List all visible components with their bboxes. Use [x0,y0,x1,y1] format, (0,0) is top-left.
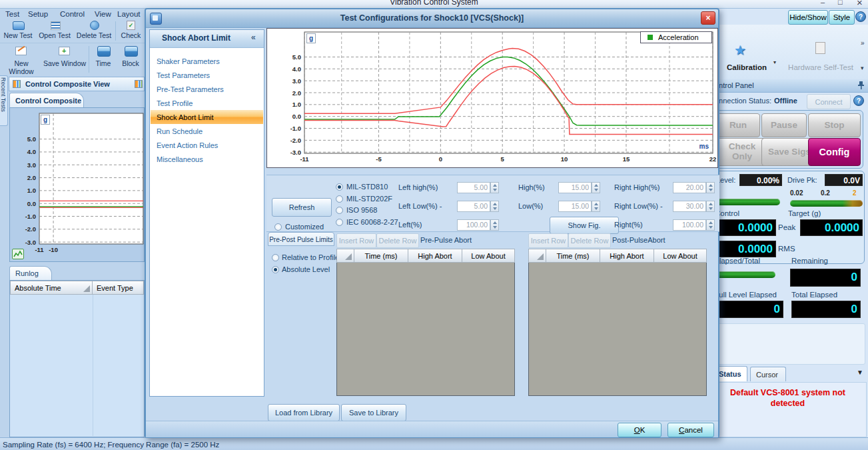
pre-insert-row-button[interactable]: Insert Row [336,233,376,248]
runlog-col-event-type[interactable]: Event Type [93,281,144,295]
splitter-handle[interactable]: ▾ ········· ▾ [266,169,718,175]
left-low-spinner[interactable] [490,201,499,212]
sidebar-item-test-parameters[interactable]: Test Parameters [151,68,263,82]
config-button[interactable]: Config [808,138,861,166]
right-low-spinner[interactable] [706,201,715,212]
calibration-caret-icon[interactable]: ▾ [773,59,776,65]
dialog-close-button[interactable]: × [701,11,715,25]
standard-label-iec60068[interactable]: IEC 60068-2-27 [346,218,398,226]
open-test-button[interactable]: Open Test [36,20,73,42]
ok-button[interactable]: OK [618,423,661,437]
pre-col-time[interactable]: Time (ms) [354,249,408,263]
post-pulse-table-body[interactable] [528,263,707,396]
sidebar-item-miscellaneous[interactable]: Miscellaneous [151,152,263,166]
cancel-button[interactable]: Cancel [667,423,714,437]
help-icon[interactable]: ? [853,95,864,106]
ribbon-more-icon[interactable]: ▾ [861,65,864,71]
new-window-button[interactable]: New Window [1,45,41,76]
post-col-time[interactable]: Time (ms) [546,249,600,263]
right-high-input[interactable]: 20.00 [673,182,706,193]
sidebar-item-pre-test-parameters[interactable]: Pre-Test Parameters [151,82,263,96]
low-input[interactable]: 15.00 [558,201,592,212]
window-maximize-icon[interactable]: □ [838,0,843,6]
block-button[interactable]: Block [117,45,145,76]
sidebar-item-event-action-rules[interactable]: Event Action Rules [151,138,263,152]
hide-show-button[interactable]: Hide/Show [788,10,828,25]
customized-radio[interactable] [274,223,282,231]
sidebar-item-shock-abort-limit[interactable]: Shock Abort Limit [151,110,263,124]
left-high-spinner[interactable] [490,182,499,193]
sidebar-item-shaker-parameters[interactable]: Shaker Parameters [151,54,263,68]
connect-button[interactable]: Connect [807,94,851,109]
menu-item-view[interactable]: View [95,10,111,18]
delete-test-button[interactable]: Delete Test [75,20,113,42]
pin-icon[interactable] [858,81,864,89]
sidebar-item-run-schedule[interactable]: Run Schedule [151,124,263,138]
standard-radio-milstd202f[interactable] [336,195,343,203]
window-close-icon[interactable]: × [857,0,863,8]
calibration-button[interactable]: Calibration [721,63,773,71]
sidebar-collapse-icon[interactable]: « [251,33,256,42]
menu-item-test[interactable]: Test [5,10,19,18]
dialog-titlebar[interactable]: Test Configurations for Shock10 [VCS(Sho… [146,9,718,28]
control-composite-chart[interactable]: 5.04.03.02.01.00.0-1.0-2.0-3.0-11-10 [10,108,144,261]
save-window-button[interactable]: + Save Window [43,45,87,76]
menu-item-control[interactable]: Control [60,10,85,18]
left-high-input[interactable]: 5.00 [457,182,490,193]
check-test-button[interactable]: ✓ Check [117,20,145,42]
low-spinner[interactable] [592,201,600,212]
left-pct-input[interactable]: 100.00 [457,219,490,231]
post-insert-row-button[interactable]: Insert Row [528,233,568,248]
style-button[interactable]: Style [829,10,855,25]
time-button[interactable]: Time [91,45,115,76]
standard-label-milstd202f[interactable]: MIL-STD202F [346,195,392,203]
pause-button[interactable]: Pause [761,113,807,137]
right-high-spinner[interactable] [706,182,715,193]
high-spinner[interactable] [592,182,600,193]
standard-label-milstd810[interactable]: MIL-STD810 [346,183,388,191]
right-low-input[interactable]: 30.00 [673,201,706,212]
runlog-col-absolute-time[interactable]: Absolute Time [10,281,93,295]
standard-radio-iso9568[interactable] [336,207,343,214]
recent-tests-tab[interactable]: Recent Tests [0,75,8,126]
pre-col-high-abort[interactable]: High Abort [408,249,462,263]
relative-to-profile-radio[interactable] [272,254,279,261]
left-pct-spinner[interactable] [490,219,499,231]
tab-cursor[interactable]: Cursor [750,367,786,381]
abort-limit-chart[interactable]: 5.04.03.02.01.00.0-1.0-2.0-3.0-11-505101… [267,29,717,167]
check-only-button[interactable]: Check Only [716,138,768,166]
grid-icon[interactable] [135,80,143,88]
pre-pulse-table-body[interactable] [336,263,515,396]
help-icon[interactable]: ? [855,11,866,22]
chart-tool-icon[interactable] [12,249,24,259]
pre-delete-row-button[interactable]: Delete Row [376,233,419,248]
save-to-library-button[interactable]: Save to Library [341,404,406,421]
pre-col-low-abort[interactable]: Low About [462,249,515,263]
post-col-high-abort[interactable]: High Abort [600,249,654,263]
hardware-selftest-button[interactable]: Hardware Self-Test [785,63,857,71]
tabs-caret-icon[interactable]: ▼ [857,369,863,376]
post-delete-row-button[interactable]: Delete Row [568,233,611,248]
left-low-input[interactable]: 5.00 [457,201,490,212]
post-col-low-abort[interactable]: Low About [654,249,707,263]
stop-button[interactable]: Stop [808,113,861,137]
high-input[interactable]: 15.00 [558,182,592,193]
relative-to-profile-label[interactable]: Relative to Profile [282,253,339,261]
right-pct-spinner[interactable] [706,219,715,231]
standard-radio-milstd810[interactable] [336,183,343,191]
standard-label-iso9568[interactable]: ISO 9568 [346,206,377,214]
right-pct-input[interactable]: 100.00 [673,219,706,231]
run-button[interactable]: Run [716,113,760,137]
window-minimize-icon[interactable]: – [821,0,825,6]
absolute-level-radio[interactable] [272,266,279,273]
tab-runlog[interactable]: Runlog [9,266,52,280]
customized-label[interactable]: Customized [285,223,324,231]
menu-item-layout[interactable]: Layout [117,10,141,18]
load-from-library-button[interactable]: Load from Library [268,404,340,421]
standard-radio-iec60068[interactable] [336,219,343,226]
absolute-level-label[interactable]: Absolute Level [282,265,330,273]
sidebar-item-test-profile[interactable]: Test Profile [151,96,263,110]
refresh-button[interactable]: Refresh [272,198,332,217]
menu-item-setup[interactable]: Setup [28,10,48,18]
tab-control-composite[interactable]: Control Composite [9,93,84,107]
